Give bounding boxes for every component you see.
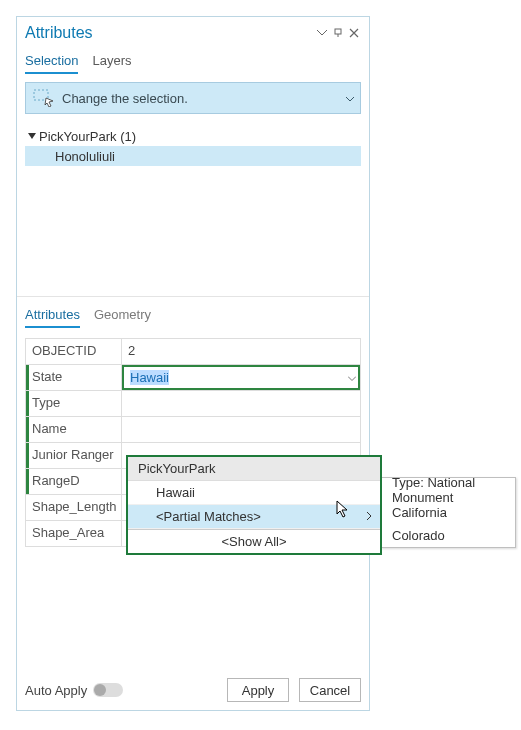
field-label: Junior Ranger xyxy=(26,443,122,468)
field-value[interactable] xyxy=(122,417,361,442)
state-dropdown: PickYourPark Hawaii <Partial Matches> <S… xyxy=(126,455,382,555)
tree-layer-row[interactable]: PickYourPark (1) xyxy=(25,126,361,146)
apply-button[interactable]: Apply xyxy=(227,678,289,702)
dropdown-item-label: <Partial Matches> xyxy=(156,509,261,524)
field-label: Type xyxy=(26,391,122,416)
mid-tabs: Attributes Geometry xyxy=(17,296,369,328)
select-tool-icon xyxy=(32,87,56,109)
field-value-cell xyxy=(122,365,361,390)
row-type[interactable]: Type xyxy=(26,391,361,417)
tree-feature-row[interactable]: Honoluliuli xyxy=(25,146,361,166)
pane-title: Attributes xyxy=(25,24,315,42)
auto-apply-toggle[interactable]: Auto Apply xyxy=(25,683,123,698)
field-label: RangeD xyxy=(26,469,122,494)
selection-bar-label: Change the selection. xyxy=(62,91,354,106)
state-input[interactable] xyxy=(122,365,360,390)
expand-icon[interactable] xyxy=(27,129,39,144)
field-label: Name xyxy=(26,417,122,442)
titlebar: Attributes xyxy=(17,17,369,45)
selection-bar[interactable]: Change the selection. xyxy=(25,82,361,114)
chevron-right-icon xyxy=(366,509,372,524)
dropdown-show-all[interactable]: <Show All> xyxy=(128,529,380,553)
close-button[interactable] xyxy=(349,28,363,38)
tree-layer-label: PickYourPark (1) xyxy=(39,129,136,144)
menu-button[interactable] xyxy=(317,30,331,36)
svg-rect-0 xyxy=(335,29,341,34)
field-label: OBJECTID xyxy=(26,339,122,364)
top-tabs: Selection Layers xyxy=(17,45,369,74)
tree-feature-label: Honoluliuli xyxy=(55,149,115,164)
field-value[interactable] xyxy=(122,391,361,416)
tab-layers[interactable]: Layers xyxy=(92,53,131,74)
row-state[interactable]: State xyxy=(26,365,361,391)
attributes-pane: Attributes Selection Layers Change the s… xyxy=(16,16,370,711)
cancel-button[interactable]: Cancel xyxy=(299,678,361,702)
row-objectid[interactable]: OBJECTID 2 xyxy=(26,339,361,365)
feature-tree: PickYourPark (1) Honoluliuli xyxy=(25,126,361,296)
submenu-option[interactable]: Colorado xyxy=(382,524,515,547)
partial-matches-submenu: Type: National Monument California Color… xyxy=(381,477,516,548)
row-name[interactable]: Name xyxy=(26,417,361,443)
dropdown-partial-matches[interactable]: <Partial Matches> xyxy=(128,505,380,529)
field-label: Shape_Area xyxy=(26,521,122,546)
tab-selection[interactable]: Selection xyxy=(25,53,78,74)
dropdown-option[interactable]: Hawaii xyxy=(128,481,380,505)
dropdown-source[interactable]: PickYourPark xyxy=(128,457,380,481)
tab-attributes[interactable]: Attributes xyxy=(25,303,80,328)
submenu-header: Type: National Monument xyxy=(382,478,515,501)
toggle-switch-icon[interactable] xyxy=(93,683,123,697)
field-value: 2 xyxy=(122,339,361,364)
field-label: State xyxy=(26,365,122,390)
field-label: Shape_Length xyxy=(26,495,122,520)
autohide-button[interactable] xyxy=(333,28,347,38)
tab-geometry[interactable]: Geometry xyxy=(94,303,151,328)
footer: Auto Apply Apply Cancel xyxy=(17,670,369,710)
chevron-down-icon xyxy=(346,89,354,107)
auto-apply-label: Auto Apply xyxy=(25,683,87,698)
